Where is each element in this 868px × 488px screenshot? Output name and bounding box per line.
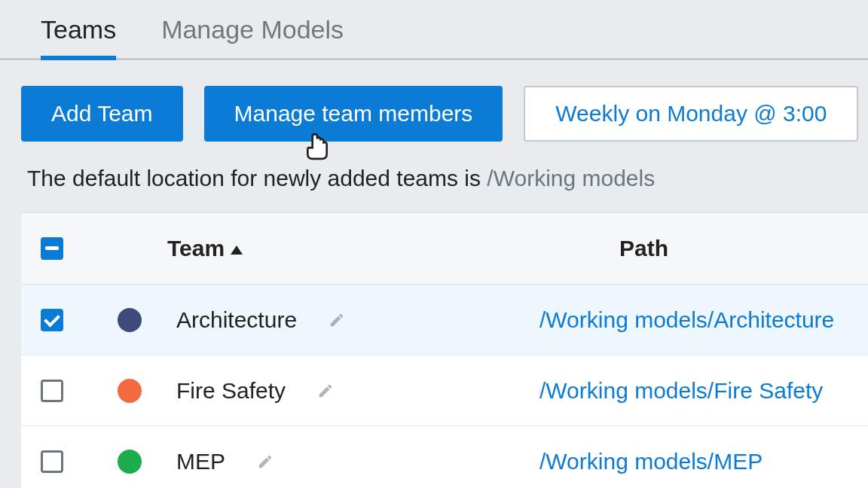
- row-checkbox[interactable]: [41, 380, 63, 402]
- teams-table: Team Path Architecture/Working models/Ar…: [21, 212, 868, 488]
- team-color-dot: [118, 379, 142, 403]
- pencil-icon[interactable]: [257, 453, 274, 470]
- add-team-button[interactable]: Add Team: [21, 86, 183, 142]
- column-team-label: Team: [167, 236, 225, 261]
- toolbar: Add Team Manage team members Weekly on M…: [0, 60, 868, 158]
- tab-bar: Teams Manage Models: [0, 0, 868, 60]
- table-row: MEP/Working models/MEP: [21, 426, 868, 488]
- tab-manage-models[interactable]: Manage Models: [161, 15, 344, 58]
- pencil-icon[interactable]: [329, 312, 345, 328]
- row-checkbox[interactable]: [41, 450, 63, 473]
- schedule-button[interactable]: Weekly on Monday @ 3:00: [524, 86, 858, 142]
- path-link[interactable]: /Working models/Architecture: [539, 307, 834, 333]
- tab-teams[interactable]: Teams: [41, 15, 116, 58]
- row-checkbox[interactable]: [41, 309, 63, 331]
- team-color-dot: [118, 450, 142, 474]
- path-link[interactable]: /Working models/MEP: [539, 449, 763, 474]
- team-name: Architecture: [176, 307, 297, 333]
- team-name: MEP: [176, 449, 225, 474]
- team-name: Fire Safety: [176, 378, 286, 404]
- column-path[interactable]: Path: [619, 236, 668, 261]
- table-header: Team Path: [21, 212, 868, 285]
- helper-text: The default location for newly added tea…: [0, 158, 868, 212]
- column-team[interactable]: Team: [167, 236, 244, 261]
- table-row: Architecture/Working models/Architecture: [21, 285, 868, 355]
- team-color-dot: [118, 308, 142, 332]
- helper-prefix: The default location for newly added tea…: [27, 166, 487, 191]
- table-row: Fire Safety/Working models/Fire Safety: [21, 355, 868, 426]
- pencil-icon[interactable]: [317, 383, 334, 399]
- manage-team-members-button[interactable]: Manage team members: [204, 86, 503, 142]
- path-link[interactable]: /Working models/Fire Safety: [539, 378, 823, 404]
- sort-ascending-icon: [229, 236, 244, 261]
- select-all-checkbox[interactable]: [41, 237, 63, 260]
- helper-path: /Working models: [487, 166, 655, 191]
